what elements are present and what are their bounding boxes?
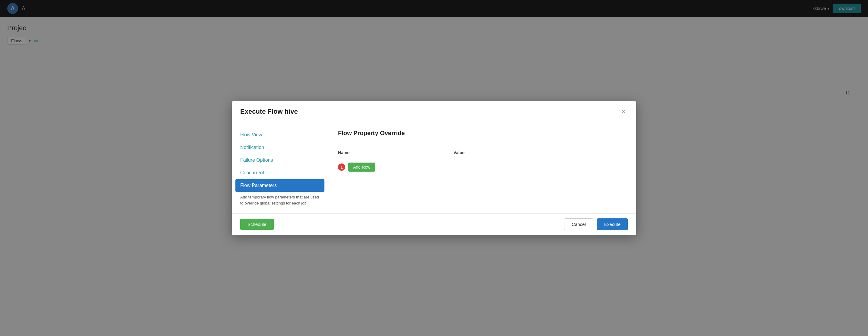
modal-main: Flow Property Override Name Value	[329, 121, 636, 213]
schedule-button[interactable]: Schedule	[240, 219, 274, 230]
modal-sidebar: Flow View Notification Failure Options C…	[232, 121, 329, 213]
nav-item-flow-view[interactable]: Flow View	[232, 129, 328, 141]
property-table: Name Value 1 Add Row	[338, 148, 626, 175]
nav-item-concurrent[interactable]: Concurrent	[232, 167, 328, 179]
add-row-row: 1 Add Row	[338, 159, 626, 175]
table-header-row: Name Value	[338, 148, 626, 159]
modal-header: Execute Flow hive ×	[232, 101, 636, 121]
nav-item-flow-parameters[interactable]: Flow Parameters	[236, 179, 324, 192]
section-divider	[338, 143, 626, 143]
modal-body: Flow View Notification Failure Options C…	[232, 121, 636, 213]
close-button[interactable]: ×	[619, 107, 628, 116]
footer-right: Cancel Execute	[564, 219, 628, 230]
modal-dialog: Execute Flow hive × Flow View Notificati…	[232, 101, 636, 235]
col-value-header: Value	[453, 148, 626, 159]
nav-item-notification[interactable]: Notification	[232, 141, 328, 154]
flow-parameters-description: Add temporary flow parameters that are u…	[232, 192, 328, 206]
section-title: Flow Property Override	[338, 130, 626, 137]
execute-button[interactable]: Execute	[597, 219, 628, 230]
add-row-container: 1 Add Row	[338, 159, 626, 175]
modal-title: Execute Flow hive	[240, 108, 298, 115]
add-row-button[interactable]: Add Row	[348, 163, 375, 172]
nav-item-failure-options[interactable]: Failure Options	[232, 154, 328, 167]
cancel-button[interactable]: Cancel	[564, 219, 593, 230]
modal-footer: Schedule Cancel Execute	[232, 213, 636, 235]
add-row-badge: 1	[338, 164, 345, 171]
modal-overlay: Execute Flow hive × Flow View Notificati…	[0, 0, 868, 336]
col-name-header: Name	[338, 148, 453, 159]
